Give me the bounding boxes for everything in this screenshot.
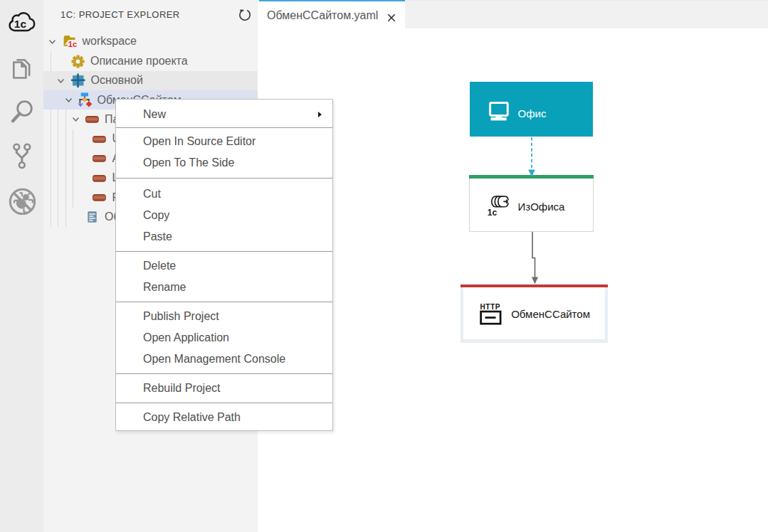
svg-text:HTTP: HTTP: [480, 303, 500, 311]
svg-text:1с: 1с: [68, 41, 77, 49]
svg-text:1с: 1с: [488, 208, 498, 217]
svg-text:1с: 1с: [14, 18, 27, 30]
